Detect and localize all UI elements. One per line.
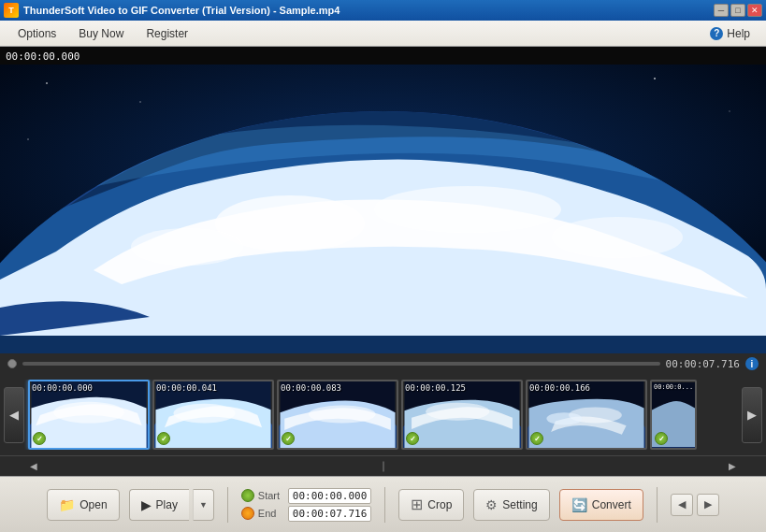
- options-menu[interactable]: Options: [7, 23, 66, 44]
- register-menu[interactable]: Register: [136, 23, 198, 44]
- play-icon: ▶: [141, 497, 152, 512]
- app-icon: T: [4, 3, 19, 18]
- video-preview: 00:00:00.000: [0, 47, 766, 353]
- scrollbar-track[interactable]: [383, 461, 384, 472]
- frame-time-5: 00:00:00.166: [529, 383, 590, 393]
- play-group: ▶ Play ▼: [129, 489, 214, 521]
- gear-icon: ⚙: [485, 497, 498, 512]
- film-frame-6[interactable]: 00:00:0...: [650, 380, 697, 450]
- frame-check-5: [530, 432, 543, 445]
- scroll-left-arrow[interactable]: ◀: [28, 459, 39, 473]
- play-dropdown-button[interactable]: ▼: [193, 489, 214, 521]
- end-label: End: [258, 508, 284, 519]
- play-label: Play: [156, 498, 178, 511]
- setting-group: ⚙ Setting: [473, 489, 549, 521]
- video-timestamp: 00:00:00.000: [6, 50, 79, 63]
- start-dot-icon: [241, 489, 254, 502]
- scrollbar-area: ◀ ▶: [0, 455, 766, 476]
- svg-point-11: [374, 186, 561, 233]
- svg-point-19: [173, 404, 235, 424]
- frame-time-3: 00:00:00.083: [281, 383, 341, 393]
- toolbar-separator-3: [657, 487, 658, 523]
- progress-circle[interactable]: [7, 359, 17, 368]
- svg-point-2: [46, 82, 48, 84]
- frame-check-1: [33, 432, 46, 445]
- convert-group: 🔄 Convert: [559, 489, 643, 521]
- end-time-value[interactable]: 00:00:07.716: [288, 506, 371, 522]
- progress-area: 00:00:07.716 i: [0, 353, 766, 374]
- filmstrip-next-button[interactable]: ▶: [742, 387, 762, 443]
- title-bar: T ThunderSoft Video to GIF Converter (Tr…: [0, 0, 766, 21]
- earth-video-frame: [0, 47, 766, 353]
- frame-time-1: 00:00:00.000: [32, 383, 93, 393]
- end-dot-icon: [241, 507, 254, 520]
- scrollbar-thumb[interactable]: [383, 463, 384, 470]
- start-label: Start: [258, 490, 284, 501]
- filmstrip-prev-button[interactable]: ◀: [4, 387, 24, 443]
- play-button[interactable]: ▶ Play: [129, 489, 189, 521]
- start-time-row: Start 00:00:00.000: [241, 488, 371, 504]
- frame-time-2: 00:00:00.041: [156, 383, 217, 393]
- film-frame-5[interactable]: 00:00:00.166: [526, 380, 647, 450]
- menu-bar: Options Buy Now Register ? Help: [0, 21, 766, 47]
- frame-time-4: 00:00:00.125: [405, 383, 466, 393]
- title-bar-left: T ThunderSoft Video to GIF Converter (Tr…: [4, 3, 340, 18]
- film-frame-1[interactable]: 00:00:00.000: [28, 380, 150, 450]
- svg-point-4: [654, 78, 656, 79]
- frame-check-3: [282, 432, 295, 445]
- svg-point-29: [546, 412, 582, 424]
- bottom-toolbar: 📁 Open ▶ Play ▼ Start 00:00:00.000 End: [0, 476, 766, 532]
- filmstrip-container: ◀ 00:00:00.000 00:00:00.041: [0, 374, 766, 455]
- main-area: 00:00:00.000: [0, 47, 766, 532]
- help-icon: ?: [710, 27, 723, 40]
- convert-icon: 🔄: [571, 497, 587, 512]
- toolbar-separator-2: [384, 487, 385, 523]
- crop-icon: ⊞: [411, 496, 423, 513]
- svg-point-12: [131, 228, 243, 266]
- menu-left: Options Buy Now Register: [7, 23, 198, 44]
- crop-label: Crop: [427, 498, 452, 511]
- open-button[interactable]: 📁 Open: [47, 489, 119, 521]
- title-bar-controls: ─ □ ✕: [714, 4, 762, 17]
- progress-bar[interactable]: [22, 362, 660, 366]
- svg-point-16: [53, 402, 124, 424]
- window-title: ThunderSoft Video to GIF Converter (Tria…: [23, 5, 340, 16]
- info-icon[interactable]: i: [745, 357, 759, 370]
- setting-label: Setting: [502, 498, 537, 511]
- scroll-right-arrow[interactable]: ▶: [727, 459, 738, 473]
- close-button[interactable]: ✕: [747, 4, 762, 17]
- film-frame-4[interactable]: 00:00:00.125: [401, 380, 523, 450]
- crop-group: ⊞ Crop: [398, 489, 464, 521]
- setting-button[interactable]: ⚙ Setting: [473, 489, 549, 521]
- film-frame-2[interactable]: 00:00:00.041: [152, 380, 274, 450]
- minimize-button[interactable]: ─: [714, 4, 729, 17]
- frame-time-6: 00:00:0...: [654, 383, 693, 391]
- end-time-row: End 00:00:07.716: [241, 506, 371, 522]
- open-label: Open: [79, 498, 107, 511]
- convert-button[interactable]: 🔄 Convert: [559, 489, 643, 521]
- prev-nav-button[interactable]: ◀: [671, 494, 693, 516]
- frame-check-4: [406, 432, 419, 445]
- nav-arrows-group: ◀ ▶: [671, 494, 719, 516]
- start-time-value[interactable]: 00:00:00.000: [288, 488, 371, 504]
- scroll-arrows: ◀ ▶: [28, 459, 738, 473]
- svg-point-3: [139, 101, 141, 103]
- film-frame-3[interactable]: 00:00:00.083: [277, 380, 398, 450]
- menu-right: ? Help: [701, 23, 759, 44]
- next-nav-button[interactable]: ▶: [697, 494, 719, 516]
- crop-button[interactable]: ⊞ Crop: [398, 489, 464, 521]
- convert-label: Convert: [592, 498, 631, 511]
- help-button[interactable]: ? Help: [701, 23, 759, 44]
- svg-point-13: [552, 217, 683, 258]
- folder-icon: 📁: [59, 497, 75, 512]
- frame-check-6: [655, 432, 668, 445]
- frame-check-2: [157, 432, 170, 445]
- video-canvas: [0, 47, 766, 353]
- filmstrip: 00:00:00.000 00:00:00.041: [24, 380, 742, 450]
- toolbar-separator-1: [227, 487, 228, 523]
- duration-label: 00:00:07.716: [666, 358, 740, 370]
- time-group: Start 00:00:00.000 End 00:00:07.716: [241, 488, 371, 522]
- maximize-button[interactable]: □: [730, 4, 745, 17]
- buynow-menu[interactable]: Buy Now: [68, 23, 134, 44]
- svg-point-5: [729, 110, 730, 111]
